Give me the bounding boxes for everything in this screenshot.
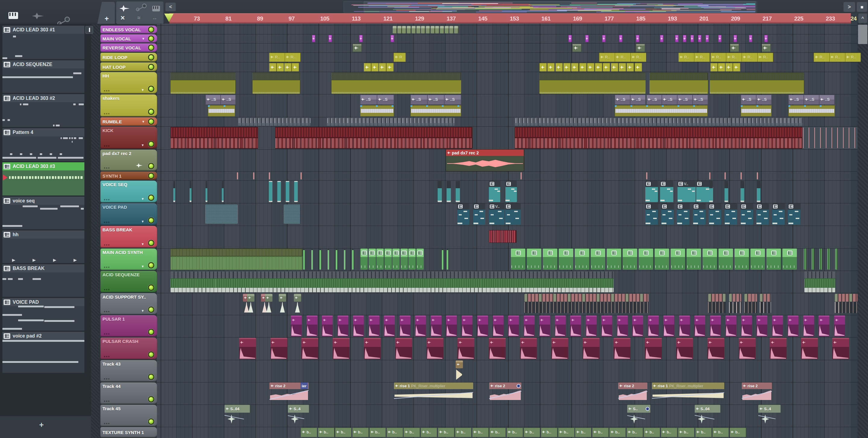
close-icon[interactable]: × [121, 13, 125, 22]
playlist-clip-r2[interactable]: rise 2 [742, 382, 772, 404]
playlist-clip-hat[interactable] [292, 63, 299, 71]
playlist-clip-b[interactable]: b.. [610, 428, 626, 437]
playlist-clip-mbar[interactable] [328, 249, 329, 270]
playlist-clip-ev[interactable] [421, 26, 425, 33]
playlist-clip-mv[interactable] [312, 35, 315, 42]
playlist-clip-mv[interactable] [619, 35, 622, 42]
playlist-clip-s[interactable]: S.. [627, 405, 650, 426]
playlist-clip-p2[interactable] [239, 338, 256, 359]
playlist-clip-p2[interactable] [427, 338, 443, 359]
playlist-clip-p2[interactable] [551, 338, 568, 359]
track-header-track-44[interactable]: Track 44 [100, 382, 157, 404]
pattern-card-voice-pad-2[interactable]: voice pad #2 [2, 332, 84, 340]
playlist-clip-mnar[interactable] [812, 249, 814, 270]
pattern-card-pattern-4[interactable]: Pattern 4 [2, 128, 84, 136]
track-header-reverse-vocal[interactable]: REVERSE VOCAL [100, 43, 157, 52]
track-mute-led[interactable] [148, 329, 154, 335]
playlist-clip-tick[interactable] [724, 172, 726, 179]
playlist-clip-mv[interactable] [749, 35, 752, 42]
playlist-clip-asrun[interactable] [760, 294, 771, 313]
track-mute-led[interactable] [148, 351, 154, 358]
playlist-clip-vsb[interactable] [724, 181, 728, 202]
playlist-clip-ev[interactable] [402, 26, 406, 33]
track-dropdown-arrow[interactable]: ▼ [142, 120, 145, 123]
playlist-clip-b[interactable]: b.. [627, 428, 643, 437]
playlist-clip-p2[interactable] [739, 338, 755, 359]
playlist-clip-mbar[interactable] [352, 249, 353, 270]
playlist-clip-vsc[interactable] [277, 181, 281, 202]
playlist-clip-s[interactable]: S..4 [758, 405, 781, 426]
track-mute-led[interactable] [148, 217, 154, 224]
playlist-clip-ev[interactable] [435, 26, 439, 33]
track-header-pad-dx7-rec-2[interactable]: pad dx7 rec 2 [100, 150, 157, 171]
playlist-clip-vpp[interactable] [473, 203, 485, 225]
playlist-clip-vsc[interactable] [286, 181, 289, 202]
vertical-scroll-thumb[interactable] [858, 25, 867, 44]
playlist-clip-tick[interactable] [757, 172, 758, 179]
track-mute-led[interactable] [148, 163, 154, 169]
playlist-clip-ev[interactable] [412, 26, 416, 33]
playlist-clip-asrun[interactable] [708, 294, 726, 313]
playlist-clip-b[interactable]: b.. [730, 428, 746, 437]
playlist-clip-b[interactable]: b.. [370, 428, 386, 437]
playlist-clip-asrun[interactable] [835, 294, 858, 313]
playlist-clip-masc[interactable] [511, 249, 525, 270]
track-options-dots[interactable] [104, 378, 105, 379]
playlist-clip-ride[interactable]: R.. [615, 53, 630, 62]
playlist-clip-masc[interactable] [735, 249, 749, 270]
playlist-clip-hat[interactable] [595, 63, 602, 71]
playlist-clip-shkb[interactable] [788, 105, 835, 116]
playlist-clip-p1[interactable] [694, 316, 705, 337]
playlist-clip-mbar[interactable] [311, 249, 313, 270]
track-options-dots[interactable] [104, 267, 105, 268]
playlist-clip-p2[interactable] [458, 338, 474, 359]
playlist-clip-shk[interactable]: ..S [819, 95, 835, 105]
playlist-clip-vpd[interactable] [206, 205, 238, 224]
playlist-clip-shk[interactable]: ..S [756, 95, 772, 105]
playlist-clip-sg[interactable] [730, 44, 739, 52]
playlist-clip-vsb[interactable] [447, 181, 451, 202]
playlist-clip-masc[interactable] [718, 249, 733, 270]
playlist-clip-masc[interactable] [767, 249, 781, 270]
scroll-up-button[interactable]: ^ [858, 13, 867, 23]
playlist-clip-b[interactable]: b.. [455, 428, 471, 437]
playlist-clip-b[interactable]: b.. [575, 428, 591, 437]
track-header-bass-break[interactable]: BASS BREAK▼ [100, 226, 157, 247]
playlist-clip-hat[interactable] [733, 63, 740, 71]
playlist-clip-hat[interactable] [635, 63, 642, 71]
playlist-clip-p2[interactable] [645, 338, 662, 359]
playlist-clip-p2[interactable] [583, 338, 599, 359]
playlist-clip-sg[interactable] [352, 44, 362, 52]
pattern-list-mode-button[interactable] [85, 26, 93, 34]
playlist-clip-shkb[interactable] [615, 105, 708, 116]
playlist-clip-p1[interactable] [648, 316, 659, 337]
track-dropdown-arrow[interactable]: ▼ [141, 143, 144, 147]
playlist-clip-masc[interactable] [623, 249, 637, 270]
playlist-clip-tick[interactable] [646, 172, 647, 179]
playlist-clip-p1[interactable] [431, 316, 441, 337]
piano-roll-icon[interactable] [8, 12, 18, 19]
playlist-clip-ride[interactable]: R.. [678, 53, 694, 62]
playlist-clip-p1[interactable] [322, 316, 333, 337]
playlist-clip-b[interactable]: b.. [472, 428, 489, 437]
track-options-dots[interactable] [104, 333, 105, 334]
playlist-clip-p1[interactable] [586, 316, 597, 337]
playlist-clip-vpp[interactable]: V.. [489, 203, 504, 225]
playlist-clip-p2[interactable] [801, 338, 818, 359]
playlist-clip-hh[interactable] [170, 72, 236, 94]
playlist-clip-r1[interactable]: rise 1PK_Riser..multiplier [652, 382, 724, 404]
playlist-clip-masc[interactable] [393, 249, 400, 270]
playlist-clip-mv[interactable] [568, 35, 572, 42]
playlist-clip-sg[interactable] [762, 44, 771, 52]
playlist-clip-mnar[interactable] [827, 249, 830, 270]
track-mute-led[interactable] [148, 109, 154, 115]
playlist-clip-t43[interactable] [456, 360, 463, 381]
playlist-clip-vsc[interactable] [269, 181, 273, 202]
playlist-clip-mnar[interactable] [804, 249, 807, 270]
track-dropdown-arrow[interactable]: ▼ [141, 265, 144, 268]
playlist-clip-shk[interactable]: ..S [647, 95, 662, 105]
playlist-clip-tick[interactable] [253, 172, 254, 179]
playlist-clip-b[interactable]: b.. [421, 428, 437, 437]
playlist-clip-r2[interactable]: rise 2ier [270, 382, 309, 404]
playlist-clip-ride[interactable]: R.. [599, 53, 615, 62]
